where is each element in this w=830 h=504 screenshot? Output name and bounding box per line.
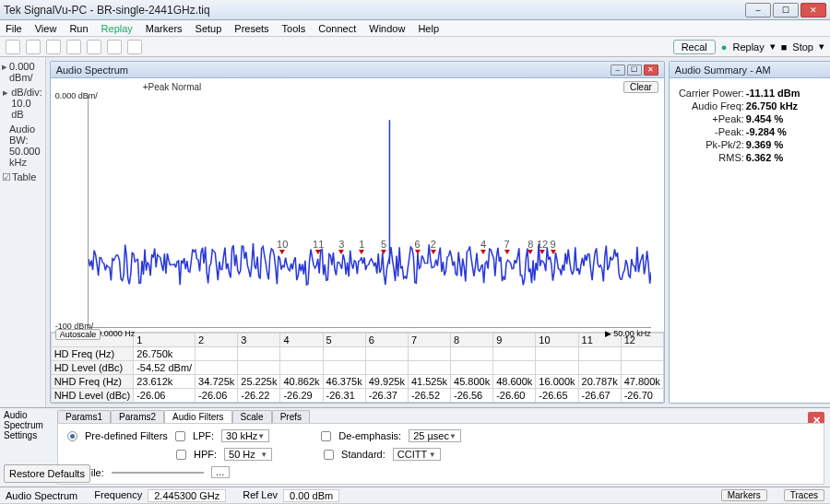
tab-params1[interactable]: Params1 xyxy=(57,410,111,423)
menu-run[interactable]: Run xyxy=(69,23,88,34)
window-titlebar: Tek SignalVu-PC - BR-single-2441GHz.tiq … xyxy=(0,0,830,20)
sb-dbdiv[interactable]: dB/div: xyxy=(11,87,42,98)
marker-2[interactable]: 2 xyxy=(431,239,436,254)
marker-11[interactable]: 11 xyxy=(313,239,324,254)
sidebar: ▸0.000 dBm/ ▸dB/div:10.0 dB Audio BW:50.… xyxy=(0,57,46,407)
tab-audio-filters[interactable]: Audio Filters xyxy=(164,410,232,423)
toolbar-marker-icon[interactable] xyxy=(66,40,81,54)
pane-min-icon[interactable]: – xyxy=(611,64,625,76)
audio-summary-pane: Audio Summary - AM – ☐ ✕ Carrier Power:-… xyxy=(669,61,830,404)
toolbar-add-icon[interactable] xyxy=(46,40,61,54)
reflev-field[interactable]: 0.00 dBm xyxy=(283,489,339,502)
menu-view[interactable]: View xyxy=(35,23,57,34)
file-browse[interactable]: … xyxy=(211,466,230,478)
menu-connect[interactable]: Connect xyxy=(318,23,356,34)
pane-close-icon[interactable]: ✕ xyxy=(644,64,658,76)
freq-field[interactable]: 2.445300 GHz xyxy=(148,489,226,502)
sb-abw[interactable]: Audio BW: xyxy=(9,123,43,146)
sb-power[interactable]: 0.000 dBm/ xyxy=(9,61,43,83)
lpf-check[interactable] xyxy=(175,431,185,441)
marker-1[interactable]: 1 xyxy=(359,239,364,254)
marker-4[interactable]: 4 xyxy=(480,239,486,254)
spectrum-plot[interactable]: 0.000 dBm/ -100 dBm/ ▶ 0.0000 Hz ▶ 50.00… xyxy=(88,95,651,328)
marker-12[interactable]: 12 xyxy=(537,239,548,254)
menu-help[interactable]: Help xyxy=(418,23,439,34)
menu-setup[interactable]: Setup xyxy=(196,23,222,34)
file-path[interactable] xyxy=(112,472,204,474)
marker-5[interactable]: 5 xyxy=(381,239,386,254)
sb-table[interactable]: Table xyxy=(12,171,36,182)
menu-markers[interactable]: Markers xyxy=(146,23,183,34)
toolbar-save-icon[interactable] xyxy=(26,40,41,54)
settings-label: Audio Spectrum Settings xyxy=(4,410,50,440)
stop-label[interactable]: Stop xyxy=(792,41,813,53)
spectrum-trace xyxy=(89,95,651,327)
std-check[interactable] xyxy=(324,450,334,460)
menu-file[interactable]: File xyxy=(6,23,22,34)
audio-spectrum-pane: Audio Spectrum – ☐ ✕ +Peak Normal Clear … xyxy=(50,61,665,404)
traces-button[interactable]: Traces xyxy=(784,489,824,501)
toolbar-help-icon[interactable] xyxy=(127,40,142,54)
spectrum-title: Audio Spectrum xyxy=(56,64,609,76)
marker-6[interactable]: 6 xyxy=(415,239,421,254)
window-maximize-button[interactable]: ☐ xyxy=(773,3,799,18)
marker-7[interactable]: 7 xyxy=(504,239,510,254)
status-bar-1: Audio Spectrum Frequency2.445300 GHz Ref… xyxy=(0,486,830,503)
menu-window[interactable]: Window xyxy=(369,23,405,34)
window-title: Tek SignalVu-PC - BR-single-2441GHz.tiq xyxy=(4,4,745,17)
workspace: ▸0.000 dBm/ ▸dB/div:10.0 dB Audio BW:50.… xyxy=(0,57,830,407)
toolbar-print-icon[interactable] xyxy=(107,40,122,54)
toolbar-open-icon[interactable] xyxy=(6,40,20,54)
toolbar: Recal ● Replay ▾ ■ Stop ▾ xyxy=(0,37,830,57)
restore-defaults-button[interactable]: Restore Defaults xyxy=(4,464,90,483)
tab-scale[interactable]: Scale xyxy=(232,410,272,423)
deemp-select[interactable]: 25 µsec▼ xyxy=(409,429,461,442)
summary-title: Audio Summary - AM xyxy=(675,64,830,76)
pane-max-icon[interactable]: ☐ xyxy=(627,64,642,76)
marker-10[interactable]: 10 xyxy=(277,239,288,254)
marker-3[interactable]: 3 xyxy=(338,239,344,254)
recal-button[interactable]: Recal xyxy=(673,40,716,54)
deemp-check[interactable] xyxy=(321,431,331,441)
lpf-select[interactable]: 30 kHz▼ xyxy=(221,429,269,442)
menu-replay[interactable]: Replay xyxy=(101,23,133,34)
menu-presets[interactable]: Presets xyxy=(234,23,268,34)
marker-8[interactable]: 8 xyxy=(528,239,533,254)
menu-tools[interactable]: Tools xyxy=(282,23,306,34)
tab-prefs[interactable]: Prefs xyxy=(272,410,310,423)
clear-button[interactable]: Clear xyxy=(623,81,658,93)
marker-9[interactable]: 9 xyxy=(551,239,556,254)
window-close-button[interactable]: ✕ xyxy=(800,3,826,18)
hd-table: 123456789101112HD Freq (Hz)26.750kHD Lev… xyxy=(51,332,664,403)
window-minimize-button[interactable]: – xyxy=(745,3,771,18)
toolbar-config-icon[interactable] xyxy=(87,40,101,54)
replay-label[interactable]: Replay xyxy=(732,41,764,53)
predef-radio[interactable] xyxy=(67,431,77,441)
std-select[interactable]: CCITT▼ xyxy=(393,448,441,461)
tab-params2[interactable]: Params2 xyxy=(111,410,164,423)
menu-bar: File View Run Replay Markers Setup Prese… xyxy=(0,20,830,37)
settings-region: Audio Spectrum Settings ✕ Params1Params2… xyxy=(0,407,830,486)
hpf-select[interactable]: 50 Hz▼ xyxy=(224,448,272,461)
markers-button[interactable]: Markers xyxy=(721,489,767,501)
peak-label: +Peak Normal xyxy=(88,82,623,92)
autoscale-button[interactable]: Autoscale xyxy=(55,329,101,340)
hpf-check[interactable] xyxy=(176,450,186,460)
